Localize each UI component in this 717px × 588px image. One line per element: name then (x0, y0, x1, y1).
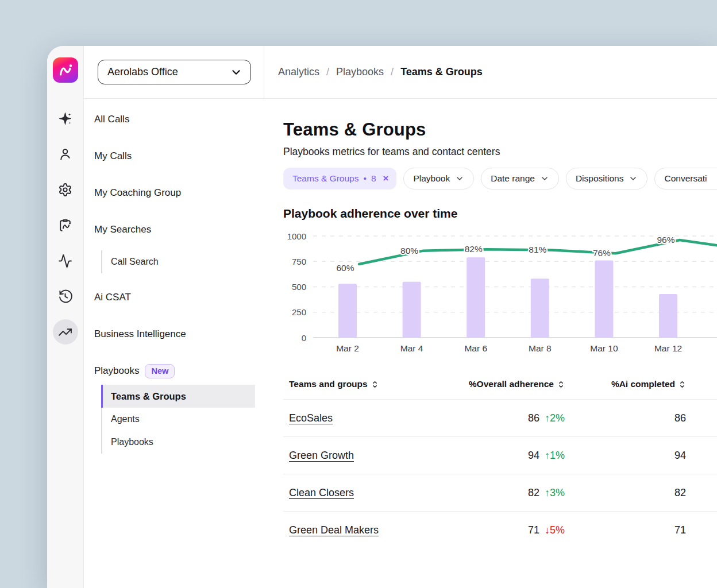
filter-dropdown-date-range[interactable]: Date range (481, 168, 559, 189)
up-arrow-icon: ↑ (545, 412, 550, 424)
x-axis-tick: Mar 6 (464, 343, 487, 353)
team-link[interactable]: Green Growth (289, 450, 354, 461)
bar-mar-2 (338, 284, 357, 338)
sort-icon (557, 380, 565, 389)
ai-completed-cell: 94 (565, 450, 686, 462)
sidebar-item-label: All Calls (94, 111, 129, 127)
team-link[interactable]: Clean Closers (289, 487, 354, 498)
breadcrumb-analytics[interactable]: Analytics (278, 66, 319, 78)
chip-close-icon[interactable]: × (383, 173, 389, 184)
team-link[interactable]: Green Deal Makers (289, 524, 379, 536)
filter-bar: Teams & Groups • 8 × PlaybookDate rangeD… (283, 168, 717, 189)
sidebar-item-label: Business Intelligence (94, 326, 186, 342)
sidebar-item-playbooks[interactable]: Playbooks New (94, 363, 264, 379)
line-data-label: 96% (657, 235, 674, 245)
adherence-chart: 10007505002500Mar 2Mar 4Mar 6Mar 8Mar 10… (283, 230, 717, 365)
main-content: Teams & Groups Playbooks metrics for tea… (264, 99, 717, 588)
sidebar-item-my-searches[interactable]: My Searches (94, 222, 264, 238)
sidebar-item-label: Ai CSAT (94, 289, 131, 305)
x-axis-tick: Mar 8 (529, 343, 552, 353)
teams-table: Teams and groups%Overall adherence%Ai co… (283, 369, 717, 548)
sidebar-item-my-calls[interactable]: My Calls (94, 148, 264, 164)
breadcrumb: Analytics / Playbooks / Teams & Groups (278, 66, 483, 78)
header-breadcrumb-area: Analytics / Playbooks / Teams & Groups (264, 46, 717, 99)
x-axis-tick: Mar 4 (400, 343, 423, 353)
sidebar-item-teams-and-groups[interactable]: Teams & Groups (101, 385, 255, 408)
ai-completed-cell: 71 (565, 524, 686, 536)
column-header-teams-and-groups[interactable]: Teams and groups (283, 379, 461, 389)
page-background: { "app": { "background_color": "#cbd8e0"… (0, 0, 717, 588)
chart-svg: 10007505002500Mar 2Mar 4Mar 6Mar 8Mar 10… (283, 230, 717, 365)
sidebar-item-ai-csat[interactable]: Ai CSAT (94, 289, 264, 305)
overall-adherence-cell: 71↓5% (461, 524, 565, 536)
sidebar-item-call-search[interactable]: Call Search (102, 253, 264, 271)
breadcrumb-current: Teams & Groups (400, 66, 483, 78)
trending-up-icon[interactable] (53, 319, 78, 345)
header-workspace-area: Aerolabs Office (84, 46, 264, 99)
column-label: Teams and groups (289, 379, 368, 389)
filter-dropdown-playbook[interactable]: Playbook (403, 168, 474, 189)
chip-count: 8 (371, 173, 376, 184)
change-badge: ↑2% (545, 412, 565, 424)
page-title: Teams & Groups (283, 119, 717, 140)
sidebar-item-playbooks-sub[interactable]: Playbooks (102, 431, 255, 454)
ai-completed-cell: 82 (565, 487, 686, 499)
chip-label: Playbook (413, 173, 450, 184)
change-badge: ↑3% (545, 487, 565, 499)
sidebar-item-label: My Coaching Group (94, 185, 181, 201)
breadcrumb-separator: / (391, 66, 394, 78)
y-axis-tick: 500 (292, 282, 306, 292)
overall-adherence-cell: 82↑3% (461, 487, 565, 499)
line-data-label: 60% (336, 263, 354, 273)
table-row-green-deal-makers: Green Deal Makers71↓5%71 (283, 511, 717, 548)
filter-dropdown-conversati[interactable]: Conversati (654, 168, 717, 189)
history-icon[interactable] (53, 284, 78, 309)
sidebar-item-agents[interactable]: Agents (102, 408, 255, 431)
app-window: Aerolabs Office Analytics / Playbooks / … (47, 46, 717, 588)
settings-gear-icon[interactable] (53, 177, 78, 202)
chart-heading: Playbook adherence over time (283, 207, 717, 220)
sidebar-item-business-intelligence[interactable]: Business Intelligence (94, 326, 264, 342)
column-label: %Overall adherence (469, 379, 554, 389)
sparkles-icon[interactable] (53, 106, 78, 131)
column-header--overall-adherence[interactable]: %Overall adherence (461, 379, 565, 389)
table-row-clean-closers: Clean Closers82↑3%82 (283, 474, 717, 511)
line-data-label: 81% (529, 245, 546, 254)
sidebar-item-label: Playbooks (94, 363, 139, 379)
breadcrumb-separator: / (326, 66, 329, 78)
bar-mar-10 (595, 260, 613, 338)
x-axis-tick: Mar 10 (590, 343, 618, 353)
user-icon[interactable] (53, 141, 78, 167)
column-header--ai-completed[interactable]: %Ai completed (565, 379, 686, 389)
sidebar-item-all-calls[interactable]: All Calls (94, 111, 264, 127)
workspace-switcher[interactable]: Aerolabs Office (98, 60, 251, 84)
playbook-clipboard-icon[interactable] (53, 212, 78, 238)
filter-dropdown-dispositions[interactable]: Dispositions (566, 168, 648, 189)
x-axis-tick: Mar 12 (654, 343, 682, 353)
sidebar-item-label: My Searches (94, 222, 151, 238)
chip-label: Dispositions (576, 173, 624, 184)
breadcrumb-playbooks[interactable]: Playbooks (336, 66, 384, 78)
ai-logo-icon (57, 61, 74, 79)
y-axis-tick: 750 (292, 257, 306, 266)
team-name-cell: Green Deal Makers (283, 524, 461, 536)
rail-icon-list (53, 106, 78, 345)
team-name-cell: Clean Closers (283, 487, 461, 499)
line-data-label: 76% (593, 248, 611, 258)
up-arrow-icon: ↑ (545, 450, 550, 461)
sidebar-item-label: My Calls (94, 148, 132, 164)
overall-adherence-cell: 94↑1% (461, 450, 565, 462)
bar-mar-8 (531, 278, 549, 338)
team-link[interactable]: EcoSales (289, 412, 333, 424)
overall-adherence-cell: 86↑2% (461, 412, 565, 424)
chip-dot: • (363, 173, 366, 184)
chevron-down-icon (230, 66, 242, 79)
app-logo[interactable] (53, 57, 78, 83)
filter-chip-teams-groups[interactable]: Teams & Groups • 8 × (283, 168, 396, 189)
activity-pulse-icon[interactable] (53, 248, 78, 273)
chip-label: Conversati (664, 173, 707, 184)
team-name-cell: EcoSales (283, 412, 461, 424)
sidebar-item-my-coaching-group[interactable]: My Coaching Group (94, 185, 264, 201)
y-axis-tick: 1000 (287, 231, 306, 241)
table-header-row: Teams and groups%Overall adherence%Ai co… (283, 369, 717, 399)
